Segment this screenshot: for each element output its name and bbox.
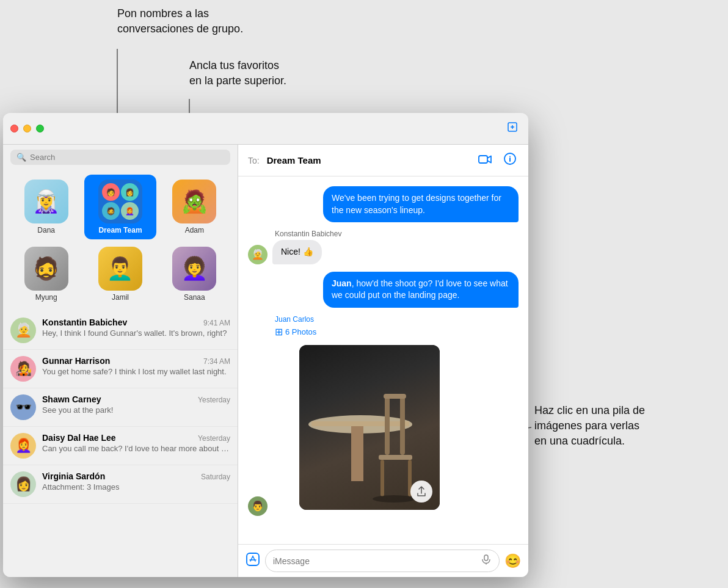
svg-rect-13 xyxy=(385,394,390,455)
pinned-name-dreamteam: Dream Team xyxy=(98,226,142,234)
conv-time-daisy: Yesterday xyxy=(198,434,230,443)
avatar-gunnar: 🧑‍🎤 xyxy=(10,356,36,382)
conv-time-shawn: Yesterday xyxy=(198,396,230,404)
svg-rect-14 xyxy=(400,394,405,455)
message-row-juancarlos-photos: Juan Carlos ⊞ 6 Photos 👨 xyxy=(248,315,519,516)
search-input[interactable] xyxy=(30,153,224,162)
pinned-grid: 🧝‍♀️ Dana 🧑 👩 🧔 👩‍🦰 Dream Team 🧟 xyxy=(3,170,238,311)
conv-preview-daisy: Can you call me back? I'd love to hear m… xyxy=(42,444,230,453)
conversation-item-konstantin[interactable]: 🧑‍🦳 Konstantin Babichev 9:41 AM Hey, I t… xyxy=(3,311,238,350)
pinned-contact-jamil[interactable]: 👨‍🦱 Jamil xyxy=(84,242,156,307)
sender-name-konstantin: Konstantin Babichev xyxy=(275,230,341,238)
messages-area: We've been trying to get designs togethe… xyxy=(238,176,528,544)
message-input-bar: 😊 xyxy=(238,544,528,577)
pinned-contact-dreamteam[interactable]: 🧑 👩 🧔 👩‍🦰 Dream Team xyxy=(84,175,156,239)
avatar-jamil: 👨‍🦱 xyxy=(98,247,142,291)
conv-time-konstantin: 9:41 AM xyxy=(203,319,230,327)
annotation-group-names: Pon nombres a las conversaciones de grup… xyxy=(117,6,243,37)
message-input[interactable] xyxy=(273,556,476,566)
avatar-myung: 🧔 xyxy=(24,247,68,291)
conv-content-gunnar: Gunnar Harrison 7:34 AM You get home saf… xyxy=(42,356,230,376)
conversation-item-virginia[interactable]: 👩 Virginia Sardón Saturday Attachment: 3… xyxy=(3,465,238,504)
search-bar: 🔍 xyxy=(3,145,238,170)
pinned-contact-adam[interactable]: 🧟 Adam xyxy=(159,175,230,239)
message-row-sent-2: Juan, how'd the shoot go? I'd love to se… xyxy=(248,272,519,308)
avatar-konstantin: 🧑‍🦳 xyxy=(10,318,36,343)
svg-rect-20 xyxy=(247,553,259,565)
pinned-contact-dana[interactable]: 🧝‍♀️ Dana xyxy=(10,175,82,239)
conversation-list: 🧑‍🦳 Konstantin Babichev 9:41 AM Hey, I t… xyxy=(3,311,238,577)
pinned-name-dana: Dana xyxy=(37,226,55,234)
svg-rect-12 xyxy=(351,426,363,481)
photo-share-button[interactable] xyxy=(410,481,432,503)
conv-preview-virginia: Attachment: 3 Images xyxy=(42,482,230,492)
bubble-sent-1: We've been trying to get designs togethe… xyxy=(323,186,519,222)
group-face-3: 🧔 xyxy=(102,202,120,220)
conv-preview-gunnar: You get home safe? I think I lost my wal… xyxy=(42,367,230,376)
pinned-name-sanaa: Sanaa xyxy=(184,293,205,302)
msg-avatar-juancarlos: 👨 xyxy=(248,496,268,516)
photo-stack[interactable] xyxy=(299,345,446,516)
svg-point-9 xyxy=(509,156,511,158)
conversation-item-gunnar[interactable]: 🧑‍🎤 Gunnar Harrison 7:34 AM You get home… xyxy=(3,350,238,388)
avatar-dreamteam: 🧑 👩 🧔 👩‍🦰 xyxy=(98,180,142,223)
group-face-2: 👩 xyxy=(121,183,139,201)
avatar-sanaa: 👩‍🦱 xyxy=(172,247,216,291)
group-face-1: 🧑 xyxy=(102,183,120,201)
svg-rect-15 xyxy=(384,394,406,399)
to-label: To: xyxy=(248,156,260,165)
conv-content-konstantin: Konstantin Babichev 9:41 AM Hey, I think… xyxy=(42,318,230,338)
info-button[interactable] xyxy=(501,150,519,170)
conv-time-virginia: Saturday xyxy=(201,473,230,481)
conv-preview-konstantin: Hey, I think I found Gunnar's wallet. It… xyxy=(42,328,230,338)
avatar-shawn: 🕶️ xyxy=(10,394,36,420)
avatar-adam: 🧟 xyxy=(172,180,216,223)
pinned-name-myung: Myung xyxy=(35,293,57,302)
conv-name-virginia: Virginia Sardón xyxy=(42,471,105,481)
conv-time-gunnar: 7:34 AM xyxy=(203,357,230,366)
audio-icon xyxy=(481,554,492,568)
conv-name-daisy: Daisy Dal Hae Lee xyxy=(42,433,116,443)
titlebar xyxy=(3,113,528,145)
search-input-wrap[interactable]: 🔍 xyxy=(10,150,230,165)
pinned-contact-myung[interactable]: 🧔 Myung xyxy=(10,242,82,307)
chat-recipient-name: Dream Team xyxy=(267,155,468,165)
fullscreen-button[interactable] xyxy=(36,125,44,132)
svg-point-19 xyxy=(373,495,415,503)
conv-name-shawn: Shawn Carney xyxy=(42,394,101,404)
video-call-button[interactable] xyxy=(476,151,494,170)
message-input-wrap[interactable] xyxy=(265,550,500,572)
pinned-contact-sanaa[interactable]: 👩‍🦱 Sanaa xyxy=(159,242,230,307)
conversation-item-daisy[interactable]: 👩‍🦰 Daisy Dal Hae Lee Yesterday Can you … xyxy=(3,427,238,465)
message-row-received-konstantin: Konstantin Babichev 🧑‍🦳 Nice! 👍 xyxy=(248,230,519,264)
photo-main xyxy=(299,345,440,510)
svg-rect-11 xyxy=(311,421,409,426)
bubble-received-konstantin: Nice! 👍 xyxy=(272,240,322,264)
emoji-button[interactable]: 😊 xyxy=(504,553,521,569)
message-row-sent-1: We've been trying to get designs togethe… xyxy=(248,186,519,222)
bubble-sent-2: Juan, how'd the shoot go? I'd love to se… xyxy=(323,272,519,308)
annotation-pin-favorites: Ancla tus favoritos en la parte superior… xyxy=(189,58,286,89)
conv-content-shawn: Shawn Carney Yesterday See you at the pa… xyxy=(42,394,230,415)
conv-preview-shawn: See you at the park! xyxy=(42,405,230,415)
search-icon: 🔍 xyxy=(16,153,26,162)
avatar-dana: 🧝‍♀️ xyxy=(24,180,68,223)
compose-button[interactable] xyxy=(504,118,521,139)
appstore-button[interactable] xyxy=(246,552,260,570)
avatar-virginia: 👩 xyxy=(10,471,36,497)
conversation-item-shawn[interactable]: 🕶️ Shawn Carney Yesterday See you at the… xyxy=(3,388,238,427)
close-button[interactable] xyxy=(10,125,18,132)
msg-avatar-konstantin: 🧑‍🦳 xyxy=(248,245,268,264)
photos-count-label: ⊞ 6 Photos xyxy=(275,326,316,338)
app-window: 🔍 🧝‍♀️ Dana 🧑 👩 🧔 👩‍🦰 xyxy=(3,113,528,577)
annotation-photo-stack: Haz clic en una pila de imágenes para ve… xyxy=(534,403,705,449)
chat-header: To: Dream Team xyxy=(238,145,528,176)
conv-name-gunnar: Gunnar Harrison xyxy=(42,356,110,366)
svg-rect-16 xyxy=(379,455,412,460)
chat-panel: To: Dream Team xyxy=(238,145,528,577)
pinned-name-adam: Adam xyxy=(185,226,204,234)
conv-content-virginia: Virginia Sardón Saturday Attachment: 3 I… xyxy=(42,471,230,492)
conv-content-daisy: Daisy Dal Hae Lee Yesterday Can you call… xyxy=(42,433,230,453)
minimize-button[interactable] xyxy=(23,125,31,132)
pinned-name-jamil: Jamil xyxy=(112,293,129,302)
